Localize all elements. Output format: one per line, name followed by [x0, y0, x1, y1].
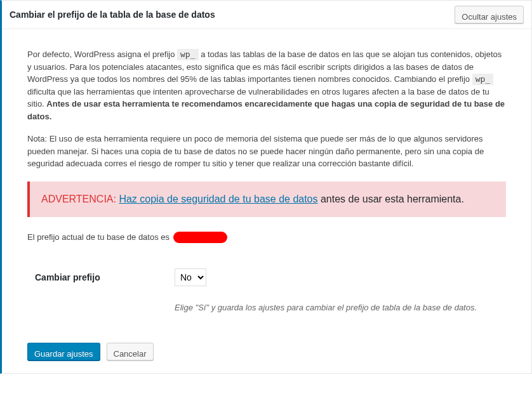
intro-text-1a: Por defecto, WordPress asigna el prefijo	[27, 50, 177, 59]
button-row: Guardar ajustes Cancelar	[2, 334, 531, 373]
current-prefix-line: El prefijo actual de tu base de datos es	[27, 231, 506, 244]
panel-header: Cambiar el prefijo de la tabla de la bas…	[2, 1, 531, 29]
intro-paragraph-1: Por defecto, WordPress asigna el prefijo…	[27, 48, 506, 122]
form-row-change-prefix: Cambiar prefijo No Sí Elige "Sí" y guard…	[27, 262, 506, 321]
prefix-code-1: wp_	[177, 49, 198, 60]
warning-after: antes de usar esta herramienta.	[318, 194, 464, 204]
backup-link[interactable]: Haz copia de seguridad de tu base de dat…	[119, 194, 317, 204]
panel-title: Cambiar el prefijo de la tabla de la bas…	[10, 10, 215, 20]
redacted-prefix	[173, 232, 227, 243]
intro-paragraph-2: Nota: El uso de esta herramienta requier…	[27, 133, 506, 170]
warning-box: ADVERTENCIA: Haz copia de seguridad de t…	[27, 182, 506, 217]
change-prefix-field: No Sí Elige "Sí" y guarda los ajustes pa…	[175, 268, 506, 312]
save-button[interactable]: Guardar ajustes	[27, 343, 100, 360]
change-prefix-select[interactable]: No Sí	[175, 268, 206, 286]
intro-bold: Antes de usar esta herramienta te recome…	[27, 99, 505, 121]
change-prefix-help: Elige "Sí" y guarda los ajustes para cam…	[175, 303, 506, 312]
warning-text: ADVERTENCIA: Haz copia de seguridad de t…	[41, 192, 495, 207]
panel-body: Por defecto, WordPress asigna el prefijo…	[2, 29, 531, 334]
hide-settings-button[interactable]: Ocultar ajustes	[455, 6, 524, 23]
prefix-code-2: wp_	[472, 74, 493, 85]
warning-label: ADVERTENCIA:	[41, 194, 116, 204]
settings-panel: Cambiar el prefijo de la tabla de la bas…	[0, 0, 532, 374]
cancel-button[interactable]: Cancelar	[107, 343, 154, 360]
current-prefix-text: El prefijo actual de tu base de datos es	[27, 232, 172, 242]
change-prefix-label: Cambiar prefijo	[35, 268, 175, 282]
